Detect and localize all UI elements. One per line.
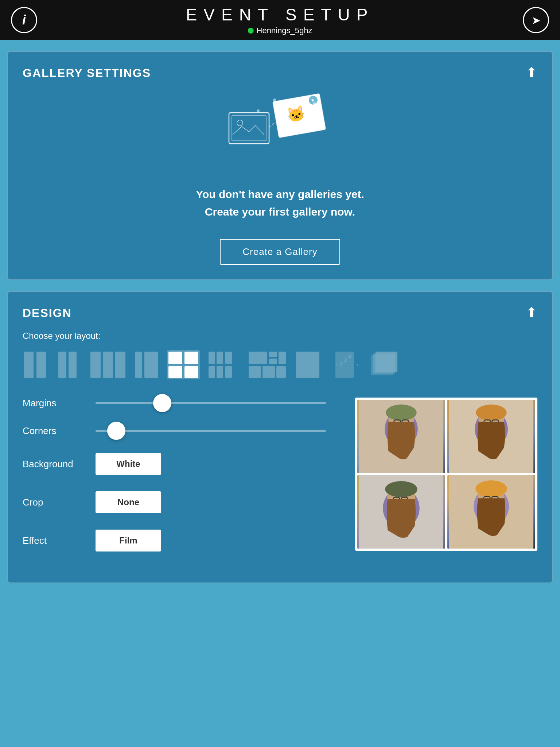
- svg-text:2: 2: [344, 357, 347, 363]
- layout-option-5[interactable]: [167, 350, 200, 379]
- layout-option-4[interactable]: [133, 350, 160, 379]
- svg-text:1: 1: [340, 361, 343, 367]
- forward-button[interactable]: ➤: [523, 7, 549, 33]
- gallery-upload-icon[interactable]: ⬆: [526, 65, 537, 81]
- svg-point-9: [273, 98, 276, 101]
- status-indicator: [248, 28, 254, 34]
- svg-point-8: [282, 108, 285, 111]
- margins-thumb[interactable]: [153, 394, 171, 412]
- svg-rect-24: [168, 366, 182, 378]
- connection-status: Hennings_5ghz: [186, 26, 374, 35]
- gallery-empty-message: You don't have any galleries yet. Create…: [23, 186, 537, 221]
- margins-slider[interactable]: [96, 402, 326, 405]
- page-title: EVENT SETUP: [186, 5, 374, 24]
- svg-rect-21: [144, 352, 158, 378]
- svg-point-53: [386, 405, 416, 421]
- layout-option-7[interactable]: [247, 350, 287, 379]
- svg-rect-35: [279, 352, 286, 364]
- margins-label: Margins: [23, 398, 96, 409]
- info-button[interactable]: i: [11, 7, 37, 33]
- forward-icon: ➤: [532, 14, 541, 27]
- margins-control: Margins: [23, 398, 326, 409]
- svg-point-60: [476, 405, 506, 421]
- svg-rect-26: [209, 352, 215, 364]
- svg-point-11: [304, 109, 307, 112]
- gallery-illustration: 🐱: [23, 91, 537, 171]
- preview-cell-4: [447, 475, 535, 549]
- controls-left: Margins Corners Background: [23, 398, 326, 568]
- svg-text:3: 3: [348, 353, 351, 359]
- margins-track: [96, 402, 326, 404]
- corners-track: [96, 430, 326, 432]
- design-upload-icon[interactable]: ⬆: [526, 305, 537, 321]
- preview-cell-3: [357, 475, 445, 549]
- svg-rect-15: [58, 352, 66, 378]
- crop-control: Crop None: [23, 491, 326, 513]
- header: i EVENT SETUP Hennings_5ghz ➤: [0, 0, 560, 40]
- crop-label: Crop: [23, 497, 96, 508]
- svg-rect-14: [36, 352, 46, 378]
- svg-rect-5: [229, 113, 269, 144]
- main-content: GALLERY SETTINGS ⬆ 🐱: [0, 40, 560, 605]
- background-label: Background: [23, 458, 96, 470]
- layout-option-6[interactable]: [207, 350, 240, 379]
- svg-rect-33: [269, 352, 277, 357]
- gallery-empty-illustration: 🐱: [222, 91, 338, 171]
- corners-slider[interactable]: [96, 430, 326, 433]
- gallery-empty-line2: Create your first gallery now.: [23, 203, 537, 221]
- gallery-settings-card: GALLERY SETTINGS ⬆ 🐱: [7, 51, 553, 280]
- layout-option-8[interactable]: [295, 350, 321, 379]
- design-title: DESIGN: [23, 306, 537, 320]
- svg-rect-38: [276, 366, 286, 378]
- svg-point-10: [257, 109, 260, 112]
- svg-rect-25: [184, 366, 198, 378]
- svg-rect-29: [209, 366, 215, 378]
- background-control: Background White: [23, 453, 326, 475]
- preview-cell-1: [357, 400, 445, 473]
- effect-select[interactable]: Film: [96, 530, 161, 551]
- svg-rect-28: [225, 352, 232, 364]
- gallery-empty-line1: You don't have any galleries yet.: [23, 186, 537, 203]
- layout-option-3[interactable]: [90, 350, 126, 379]
- svg-rect-31: [225, 366, 232, 378]
- layout-label: Choose your layout:: [23, 331, 537, 341]
- svg-rect-16: [69, 352, 77, 378]
- svg-point-74: [475, 480, 507, 497]
- corners-label: Corners: [23, 425, 96, 437]
- svg-rect-39: [296, 352, 319, 378]
- svg-rect-20: [135, 352, 142, 378]
- effect-control: Effect Film: [23, 530, 326, 551]
- preview-cell-2: [447, 400, 535, 473]
- svg-rect-18: [103, 352, 113, 378]
- corners-thumb[interactable]: [107, 422, 125, 440]
- header-center: EVENT SETUP Hennings_5ghz: [186, 5, 374, 35]
- background-select[interactable]: White: [96, 453, 161, 475]
- layout-options: → → 3 2 1: [23, 350, 537, 379]
- svg-rect-22: [168, 352, 182, 364]
- svg-rect-36: [249, 366, 261, 378]
- svg-rect-17: [90, 352, 101, 378]
- svg-text:→: →: [332, 361, 338, 368]
- layout-option-1[interactable]: [23, 350, 49, 379]
- svg-text:→: →: [353, 361, 359, 368]
- corners-control: Corners: [23, 425, 326, 437]
- svg-rect-30: [217, 366, 223, 378]
- svg-point-7: [237, 120, 243, 126]
- design-card: DESIGN ⬆ Choose your layout:: [7, 291, 553, 583]
- svg-rect-19: [115, 352, 125, 378]
- controls-row: Margins Corners Background: [23, 398, 537, 568]
- preview-grid: [355, 398, 537, 551]
- svg-rect-32: [249, 352, 267, 364]
- layout-option-2[interactable]: [56, 350, 82, 379]
- svg-rect-13: [24, 352, 34, 378]
- preview-panel: [355, 398, 537, 568]
- layout-option-10[interactable]: [368, 350, 401, 379]
- svg-rect-6: [232, 116, 266, 141]
- svg-rect-27: [217, 352, 223, 364]
- connection-name: Hennings_5ghz: [257, 26, 312, 35]
- layout-option-9[interactable]: → → 3 2 1: [328, 350, 361, 379]
- crop-select[interactable]: None: [96, 491, 161, 513]
- svg-point-12: [313, 102, 316, 105]
- create-gallery-button[interactable]: Create a Gallery: [220, 239, 340, 265]
- effect-label: Effect: [23, 535, 96, 546]
